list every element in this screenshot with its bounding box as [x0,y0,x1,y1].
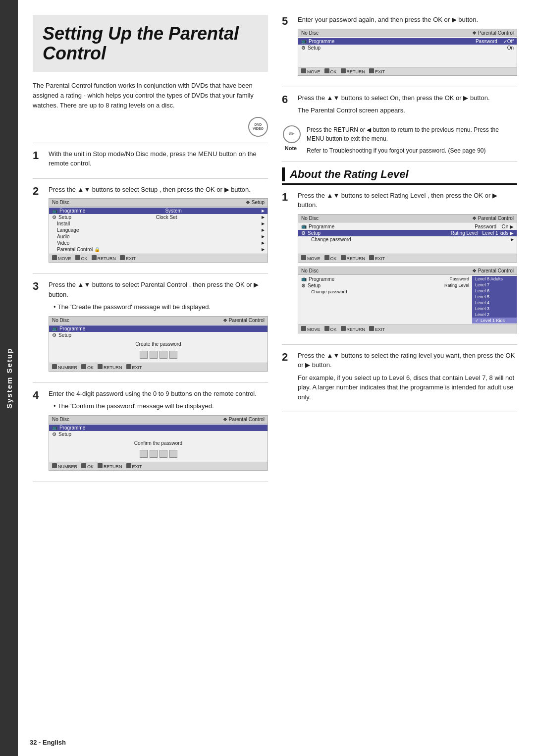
dd-item-3: Level 3 [472,306,517,312]
page-footer: 32 - English [30,739,66,746]
step-1-content: With the unit in Stop mode/No Disc mode,… [49,149,268,171]
ui-programme-label: Programme [59,208,85,214]
footer-move-rating: MOVE [301,255,321,261]
footer-icon-ok-3: OK [81,463,94,469]
ui-row-setup-offon: ⚙ Setup On [298,45,517,51]
ui-row-setup-create: ⚙ Setup [49,332,268,338]
footer-exit-dd: EXIT [369,326,385,332]
setup-menu-ui-box: No Disc ❖ Setup 📺 Programme System ▶ [49,198,268,263]
ui-box-title-confirm-pwd: No Disc ❖ Parental Control [49,416,268,424]
step-4-bullet: • The 'Confirm the password' message wil… [49,401,268,411]
ui-row-video: Video ▶ [49,240,268,246]
ui-box-body-rating: 📺 Programme Password :On ▶ ⚙ Setup Ratin… [298,222,517,254]
programme-label-dd: Programme [309,276,334,282]
programme-label-create: Programme [59,326,85,331]
side-tab-label: System Setup [5,347,13,408]
note-line-2: Refer to Troubleshooting if you forgot y… [307,146,517,155]
programme-label-offon: Programme [309,39,334,44]
ui-row-setup-rating: ⚙ Setup Rating Level Level 1 kids ▶ [298,230,517,236]
footer-icon-move: MOVE [52,255,71,261]
ui-row-programme-offon: 📺 Programme Password ✓Off [298,38,517,45]
footer-ok-offon: OK [324,68,337,74]
step-3-bullet: • The 'Create the password' message will… [49,302,268,312]
footer-icon-return: RETURN [92,255,116,261]
ui-footer-dropdown: MOVE OK RETURN EXIT [298,324,517,333]
ui-box-body-setup: 📺 Programme System ▶ ⚙ Setup Clock Set ▶ [49,207,268,254]
gear-icon-5: ⚙ [301,230,306,236]
divider-3 [33,273,268,274]
rating-label-dd: Rating Level [444,283,469,288]
ui-password-label: Password [476,39,497,44]
dropdown-title-left: No Disc [301,268,319,273]
programme-label-rating: Programme [309,224,334,229]
gear-icon-2: ⚙ [52,332,56,338]
intro-text: The Parental Control function works in c… [33,81,268,110]
pwd-box-3 [160,351,167,359]
section2-step-2-sub: For example, if you select up to Level 6… [298,373,517,402]
gear-icon-4: ⚙ [301,45,306,51]
note-line-1: Press the RETURN or ◀ button to return t… [307,125,517,143]
ui-on-label: On [507,45,514,51]
confirm-pwd-box-4 [169,450,177,458]
divider-1 [33,143,268,143]
divider-2 [33,178,268,179]
footer-return-offon: RETURN [341,68,366,74]
section2-step-2: 2 Press the ▲▼ buttons to select the rat… [282,351,517,405]
section2-step-2-content: Press the ▲▼ buttons to select the ratin… [298,351,517,405]
create-pwd-message: Create the password [49,338,268,348]
ui-rating-level-val: Level 1 kids ▶ [482,230,514,236]
ui-rating-level-label: Rating Level [451,230,479,236]
spacer-rating [298,243,517,253]
section2-step-1: 1 Press the ▲▼ buttons to select Rating … [282,191,517,337]
step-5-num: 5 [282,15,293,80]
ui-pwd-on-rating: :On ▶ [500,224,514,229]
footer-icon-return-3: RETURN [98,463,122,469]
programme-icon-5: 📺 [301,224,307,229]
ui-box-title-dropdown: No Disc ❖ Parental Control [298,267,517,275]
ui-box-body-dropdown: 📺 Programme Password ⚙ Setup Rating Leve… [298,275,517,324]
section-bar [282,167,285,181]
confirm-password-ui-box: No Disc ❖ Parental Control 📺 Programme ⚙… [49,415,268,471]
ui-arrow-3: ▶ [262,221,265,226]
step-3-num: 3 [33,280,44,376]
step-6-sub: The Parental Control screen appears. [298,106,517,115]
ui-box-title-rating: No Disc ❖ Parental Control [298,215,517,222]
ui-box-title-setup: No Disc ❖ Setup [49,199,268,207]
programme-label-confirm: Programme [59,425,85,431]
ui-box-body-confirm-pwd: 📺 Programme ⚙ Setup Confirm the password [49,424,268,462]
ui-row-changepwd-dd: Change password [298,289,472,295]
note-row: ✏ Note Press the RETURN or ◀ button to r… [282,125,517,155]
footer-ok-dd: OK [324,326,337,332]
password-boxes-create [49,348,268,362]
rating-title-left: No Disc [301,216,319,221]
step-2: 2 Press the ▲▼ buttons to select Setup ,… [33,185,268,267]
create-pwd-title-left: No Disc [52,318,69,323]
confirm-pwd-box-2 [150,450,158,458]
ui-row-setup-confirm: ⚙ Setup [49,431,268,437]
pwd-box-2 [150,351,158,359]
footer-icon-return-2: RETURN [98,364,122,370]
ui-box-title-create-pwd: No Disc ❖ Parental Control [49,317,268,324]
change-pwd-arrow: ▶ [511,237,514,242]
step-3-content: Press the ▲▼ buttons to select Parental … [49,280,268,376]
ui-footer-confirm-pwd: NUMBER OK RETURN EXIT [49,462,268,470]
step-6: 6 Press the ▲▼ buttons to select On, the… [282,93,517,118]
section-2-title: About the Rating Level [290,168,409,181]
ui-off-label: ✓Off [503,39,514,44]
dd-item-6: Level 6 [472,288,517,294]
ui-arrow-5: ▶ [262,234,265,239]
title-block: Setting Up the Parental Control [33,15,268,72]
ui-row-parental: Parental Control 🔒 ▶ [49,246,268,253]
note-content: Press the RETURN or ◀ button to return t… [307,125,517,155]
programme-icon-dd: 📺 [301,276,307,281]
ui-arrow-7: ▶ [262,247,265,252]
step-1: 1 With the unit in Stop mode/No Disc mod… [33,149,268,171]
side-tab: System Setup [0,0,18,756]
ui-footer-offon: MOVE OK RETURN EXIT [298,67,517,75]
footer-icon-exit: EXIT [120,255,136,261]
dd-item-4: Level 4 [472,300,517,306]
pwd-label-dd: Password [449,276,469,281]
ui-arrow-2: ▶ [262,215,265,219]
ui-row-programme: 📺 Programme System ▶ [49,208,268,214]
setup-label-confirm: Setup [58,432,71,437]
